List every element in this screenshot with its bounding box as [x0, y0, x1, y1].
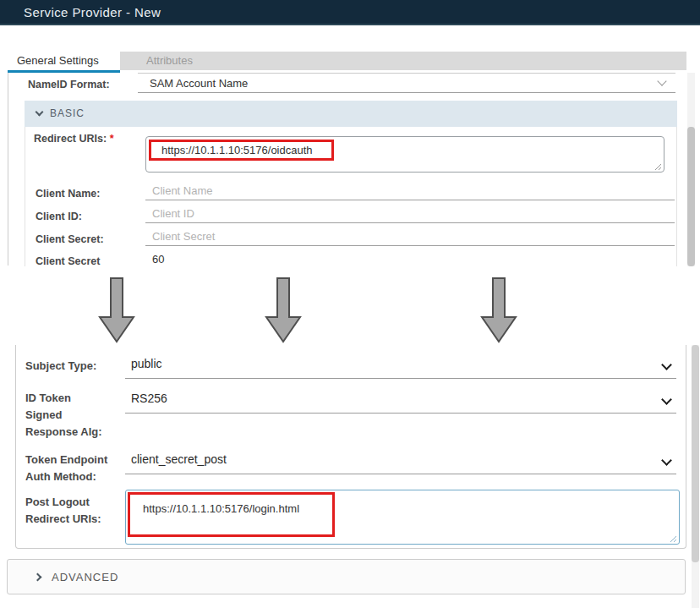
nameid-format-value: SAM Account Name — [150, 77, 248, 90]
id-token-alg-label: ID Token Signed Response Alg: — [25, 390, 102, 441]
id-token-alg-label-line2: Signed — [25, 407, 102, 424]
down-arrow-icon — [98, 277, 135, 343]
redirect-uris-label-text: Redirect URIs: — [34, 133, 107, 145]
tab-general-settings-label: General Settings — [8, 52, 120, 70]
token-endpoint-label-line2: Auth Method: — [25, 468, 107, 485]
nameid-format-label: NameID Format: — [28, 79, 110, 90]
nameid-format-select[interactable]: SAM Account Name — [138, 73, 675, 93]
client-secret-expiry-label: Client Secret — [36, 255, 100, 267]
post-logout-label-line1: Post Logout — [25, 494, 101, 511]
down-arrow-icon — [265, 277, 302, 343]
client-id-input[interactable] — [145, 207, 675, 223]
subject-type-value: public — [131, 357, 162, 370]
id-token-alg-label-line1: ID Token — [25, 390, 102, 407]
post-logout-label: Post Logout Redirect URIs: — [25, 494, 101, 528]
tab-attributes[interactable]: Attributes — [146, 52, 193, 70]
token-endpoint-value: client_secret_post — [131, 452, 227, 466]
redirect-uris-label: Redirect URIs: * — [34, 133, 114, 145]
client-secret-expiry-input[interactable] — [145, 253, 675, 268]
token-endpoint-label: Token Endpoint Auth Method: — [25, 452, 107, 485]
client-name-label: Client Name: — [36, 188, 100, 200]
post-logout-redirect-uris-textarea[interactable]: https://10.1.1.10:5176/login.html — [125, 490, 680, 545]
required-asterisk: * — [110, 133, 114, 145]
page-title: Service Provider - New — [24, 0, 161, 25]
window-title-bar: Service Provider - New — [0, 0, 700, 25]
tab-general-settings[interactable]: General Settings — [8, 52, 120, 73]
client-name-input[interactable] — [145, 184, 675, 200]
token-endpoint-label-line1: Token Endpoint — [25, 452, 107, 468]
basic-section-label: BASIC — [50, 101, 85, 127]
client-secret-label: Client Secret: — [36, 233, 104, 245]
id-token-alg-value: RS256 — [131, 392, 167, 405]
id-token-alg-label-line3: Response Alg: — [25, 424, 102, 441]
service-provider-form-screenshot: Service Provider - New General Settings … — [0, 0, 700, 608]
down-arrow-icon — [480, 277, 517, 343]
id-token-alg-underline — [125, 413, 676, 414]
scrollbar-thumb[interactable] — [692, 345, 699, 562]
post-logout-label-line2: Redirect URIs: — [25, 511, 101, 528]
advanced-section-toggle[interactable]: ADVANCED — [7, 559, 686, 594]
client-id-label: Client ID: — [36, 211, 82, 222]
chevron-right-icon — [34, 573, 42, 582]
subject-type-underline — [125, 378, 676, 379]
redirect-uris-textarea[interactable]: https://10.1.1.10:5176/oidcauth — [145, 136, 664, 173]
chevron-down-icon — [36, 108, 44, 117]
client-secret-input[interactable] — [145, 230, 675, 246]
token-endpoint-underline — [125, 474, 676, 474]
subject-type-label: Subject Type: — [25, 358, 96, 375]
scrollbar-thumb[interactable] — [687, 127, 695, 266]
advanced-section-label: ADVANCED — [52, 560, 118, 595]
chevron-down-icon — [657, 76, 666, 85]
basic-section-toggle[interactable]: BASIC — [25, 101, 677, 127]
form-left-border — [8, 73, 8, 266]
